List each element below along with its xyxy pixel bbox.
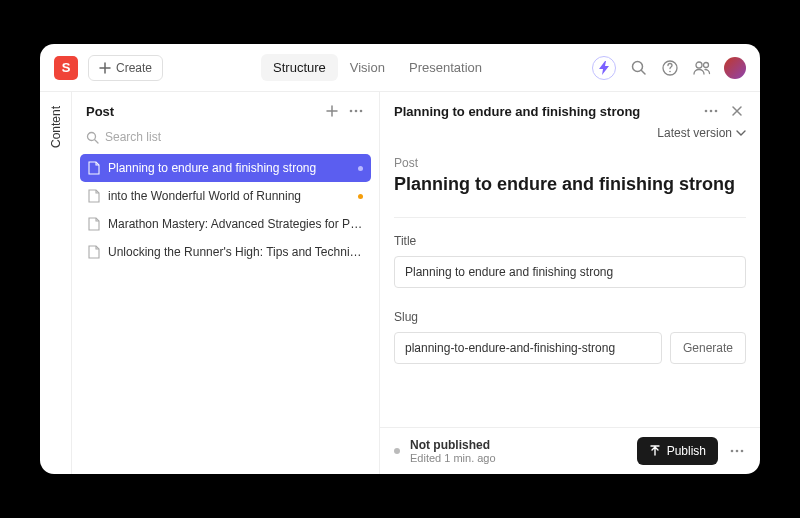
status-indicator bbox=[394, 448, 400, 454]
tab-vision[interactable]: Vision bbox=[338, 54, 397, 81]
slug-label: Slug bbox=[394, 310, 746, 324]
edit-timestamp: Edited 1 min. ago bbox=[410, 452, 496, 464]
publish-button[interactable]: Publish bbox=[637, 437, 718, 465]
close-button[interactable] bbox=[728, 102, 746, 120]
plus-icon bbox=[99, 62, 111, 74]
add-item-button[interactable] bbox=[323, 102, 341, 120]
detail-heading: Planning to endure and finishing strong bbox=[394, 174, 746, 195]
detail-header: Planning to endure and finishing strong bbox=[380, 92, 760, 124]
left-rail: Content bbox=[40, 92, 72, 474]
svg-point-11 bbox=[715, 110, 718, 113]
app-logo: S bbox=[54, 56, 78, 80]
publish-label: Publish bbox=[667, 444, 706, 458]
tab-presentation[interactable]: Presentation bbox=[397, 54, 494, 81]
main-body: Content Post bbox=[40, 92, 760, 474]
document-icon bbox=[88, 217, 100, 231]
slug-row: Generate bbox=[394, 332, 746, 364]
svg-point-2 bbox=[669, 70, 671, 72]
svg-point-14 bbox=[741, 450, 744, 453]
chevron-down-icon bbox=[736, 130, 746, 136]
svg-point-13 bbox=[736, 450, 739, 453]
generate-button[interactable]: Generate bbox=[670, 332, 746, 364]
topbar: S Create Structure Vision Presentation bbox=[40, 44, 760, 92]
svg-point-5 bbox=[350, 110, 353, 113]
slug-input[interactable] bbox=[394, 332, 662, 364]
list-panel: Post Planning to endur bbox=[72, 92, 380, 474]
status-dot bbox=[358, 166, 363, 171]
svg-point-6 bbox=[355, 110, 358, 113]
list-panel-header: Post bbox=[72, 92, 379, 126]
detail-kicker: Post bbox=[394, 156, 746, 170]
avatar[interactable] bbox=[724, 57, 746, 79]
version-label: Latest version bbox=[657, 126, 732, 140]
search-row bbox=[72, 126, 379, 154]
svg-point-4 bbox=[704, 62, 709, 67]
create-label: Create bbox=[116, 61, 152, 75]
main-tabs: Structure Vision Presentation bbox=[261, 54, 494, 81]
rail-label-content[interactable]: Content bbox=[49, 106, 63, 148]
search-input[interactable] bbox=[105, 130, 365, 144]
tab-structure[interactable]: Structure bbox=[261, 54, 338, 81]
title-input[interactable] bbox=[394, 256, 746, 288]
document-icon bbox=[88, 245, 100, 259]
app-window: S Create Structure Vision Presentation bbox=[40, 44, 760, 474]
svg-point-3 bbox=[696, 62, 702, 68]
list-item[interactable]: into the Wonderful World of Running bbox=[80, 182, 371, 210]
detail-panel: Planning to endure and finishing strong … bbox=[380, 92, 760, 474]
svg-point-8 bbox=[88, 132, 96, 140]
list-panel-title: Post bbox=[86, 104, 317, 119]
divider bbox=[394, 217, 746, 218]
detail-more-button[interactable] bbox=[702, 102, 720, 120]
list-item-label: Planning to endure and finishing strong bbox=[108, 161, 316, 175]
document-icon bbox=[88, 189, 100, 203]
detail-footer: Not published Edited 1 min. ago Publish bbox=[380, 427, 760, 474]
svg-point-10 bbox=[710, 110, 713, 113]
create-button[interactable]: Create bbox=[88, 55, 163, 81]
publish-status: Not published bbox=[410, 438, 496, 452]
list-item[interactable]: Marathon Mastery: Advanced Strategies fo… bbox=[80, 210, 371, 238]
list-item-label: Marathon Mastery: Advanced Strategies fo… bbox=[108, 217, 363, 231]
svg-point-7 bbox=[360, 110, 363, 113]
title-label: Title bbox=[394, 234, 746, 248]
detail-body: Post Planning to endure and finishing st… bbox=[380, 150, 760, 427]
help-icon[interactable] bbox=[660, 58, 680, 78]
list-item[interactable]: Unlocking the Runner's High: Tips and Te… bbox=[80, 238, 371, 266]
document-icon bbox=[88, 161, 100, 175]
list-item[interactable]: Planning to endure and finishing strong bbox=[80, 154, 371, 182]
upload-icon bbox=[649, 445, 661, 457]
search-icon bbox=[86, 131, 99, 144]
svg-point-9 bbox=[705, 110, 708, 113]
version-select[interactable]: Latest version bbox=[657, 126, 746, 140]
bolt-icon[interactable] bbox=[592, 56, 616, 80]
list-more-button[interactable] bbox=[347, 102, 365, 120]
version-row: Latest version bbox=[380, 124, 760, 150]
users-icon[interactable] bbox=[692, 58, 712, 78]
list-item-label: into the Wonderful World of Running bbox=[108, 189, 301, 203]
status-dot bbox=[358, 194, 363, 199]
status-text: Not published Edited 1 min. ago bbox=[410, 438, 496, 464]
svg-point-12 bbox=[731, 450, 734, 453]
detail-header-title: Planning to endure and finishing strong bbox=[394, 104, 694, 119]
list-item-label: Unlocking the Runner's High: Tips and Te… bbox=[108, 245, 363, 259]
post-list: Planning to endure and finishing strong … bbox=[72, 154, 379, 474]
search-icon[interactable] bbox=[628, 58, 648, 78]
footer-more-button[interactable] bbox=[728, 442, 746, 460]
topbar-right bbox=[592, 56, 746, 80]
